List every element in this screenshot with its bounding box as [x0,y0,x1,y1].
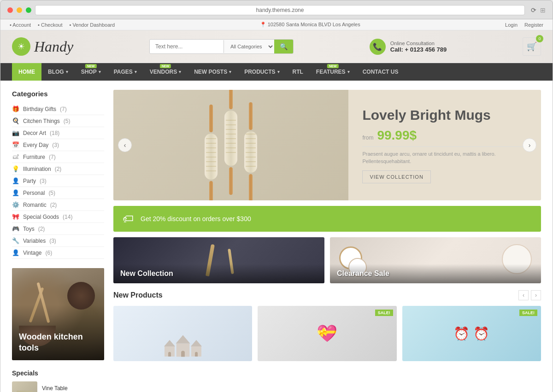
category-special-goods[interactable]: 🎀 Special Goods (14) [12,211,104,223]
search-input[interactable] [150,40,224,53]
new-collection-promo[interactable]: New Collection [113,237,324,283]
house-door [195,352,198,357]
hero-description: Praesent augue arcu, ornare ut tincidunt… [362,151,527,165]
slider-next-button[interactable]: › [523,138,536,152]
category-toys[interactable]: 🎮 Toys (2) [12,223,104,235]
nav-contact-label: CONTACT US [363,69,399,75]
category-name: Toys [23,226,35,232]
category-personal[interactable]: 👤 Personal (5) [12,187,104,199]
category-name: Every Day [23,142,48,148]
logo-text: Handy [34,38,73,55]
hero-price: 99.99$ [377,128,417,143]
nav-contact[interactable]: CONTACT US [356,63,405,81]
address-text: 102580 Santa Monica BLVD Los Angeles [260,22,360,28]
minimize-button[interactable] [17,7,22,13]
house-body [165,346,175,357]
house-2 [176,335,190,357]
category-count: (5) [48,190,55,196]
logo[interactable]: ☀ Handy [12,37,73,56]
category-name: Personal [23,190,45,196]
expand-button[interactable]: ⊞ [540,6,546,14]
category-birthday-gifts[interactable]: 🎁 Birthday Gifts (7) [12,103,104,115]
account-link[interactable]: Account [10,22,31,28]
vendor-link[interactable]: Vendor Dashboard [69,22,115,28]
tag-icon: 🏷 [123,212,134,225]
category-decor-art[interactable]: 📷 Decor Art (18) [12,127,104,139]
content-area: Lovely Bright Mugs from 99.99$ Praesent … [113,90,541,392]
checkout-link[interactable]: Checkout [38,22,62,28]
nav-products-label: PRODUCTS [244,69,275,75]
top-bar-auth: Login Register [505,22,543,28]
login-link[interactable]: Login [505,22,518,28]
toys-icon: 🎮 [12,225,19,232]
pin-handle-bottom [249,174,253,200]
reload-button[interactable]: ⟳ [531,6,536,14]
category-count: (7) [60,106,67,112]
category-every-day[interactable]: 📅 Every Day (3) [12,139,104,151]
pin-pattern [206,138,216,175]
rolling-pin-1 [205,105,218,200]
house-roof [176,335,190,344]
product-image: 💝 SALE! [258,306,396,361]
new-products-section: New Products ‹ › [113,290,541,361]
category-select[interactable]: All Categories [224,40,274,53]
address-bar[interactable]: handy.themes.zone [35,5,525,15]
product-card[interactable] [113,306,252,361]
category-name: Furniture [23,154,45,160]
search-button[interactable]: 🔍 [274,40,293,53]
category-party[interactable]: 👤 Party (3) [12,175,104,187]
search-bar: All Categories 🔍 [149,39,294,54]
nav-blog[interactable]: BLOG ▾ [41,63,75,81]
register-link[interactable]: Register [524,22,543,28]
nav-shop[interactable]: NEW SHOP ▾ [75,63,107,81]
specials-section: Specials Vine Table 15,00$ 12,00$ [12,369,104,392]
phone-section: 📞 Online Consultation Call: + 0123 456 7… [370,39,447,55]
chevron-down-icon: ▾ [347,70,350,74]
category-count: (2) [55,166,62,172]
category-vintage[interactable]: 👤 Vintage (6) [12,247,104,259]
clearance-promo[interactable]: Clearance Sale [330,237,541,283]
nav-rtl[interactable]: RTL [286,63,310,81]
main-nav: HOME BLOG ▾ NEW SHOP ▾ PAGES ▾ NEW VENDO… [0,63,553,81]
pin-body [224,111,237,166]
nav-vendors[interactable]: NEW VENDORS ▾ [143,63,188,81]
category-illumination[interactable]: 💡 Illumination (2) [12,163,104,175]
view-collection-button[interactable]: VIEW COLLECTION [362,170,430,183]
nav-home[interactable]: HOME [12,63,41,81]
kitchen-icon: 🍳 [12,117,19,124]
product-card[interactable]: ⏰ ⏰ SALE! [402,306,541,361]
furniture-icon: 🛋 [12,153,19,160]
category-count: (7) [49,154,56,160]
category-variables[interactable]: 🔧 Variables (3) [12,235,104,247]
logo-icon: ☀ [12,37,30,56]
nav-pages[interactable]: PAGES ▾ [107,63,143,81]
product-image: ⏰ ⏰ SALE! [402,306,541,361]
products-prev-button[interactable]: ‹ [518,290,529,300]
nav-newposts[interactable]: NEW POSTS ▾ [188,63,238,81]
promo-grid: New Collection Clearance Sale [113,237,541,283]
sidebar-banner[interactable]: Wooden kitchen tools [12,268,104,360]
category-furniture[interactable]: 🛋 Furniture (7) [12,151,104,163]
category-romantic[interactable]: ⚙️ Romantic (2) [12,199,104,211]
nav-vendors-badge: NEW [160,64,171,68]
products-next-button[interactable]: › [531,290,541,300]
sale-badge: SALE! [375,310,393,316]
nav-home-label: HOME [18,69,35,75]
slider-prev-button[interactable]: ‹ [118,138,132,152]
nav-products[interactable]: PRODUCTS ▾ [238,63,286,81]
cart-button[interactable]: 🛒 0 [523,37,541,56]
product-card[interactable]: 💝 SALE! [258,306,396,361]
house-illustration [113,306,252,361]
hero-from-label: from [362,135,373,141]
category-kitchen-things[interactable]: 🍳 Citchen Things (5) [12,115,104,127]
sidebar-banner-text: Wooden kitchen tools [19,332,97,353]
special-item-name: Vine Table [42,385,68,392]
category-count: (3) [52,142,59,148]
sidebar: Categories 🎁 Birthday Gifts (7) 🍳 Citche… [12,90,104,392]
close-button[interactable] [7,7,13,13]
nav-features[interactable]: NEW FEATURES ▾ [310,63,356,81]
maximize-button[interactable] [26,7,31,13]
category-count: (5) [64,118,71,124]
category-name: Illumination [23,166,51,172]
special-item[interactable]: Vine Table 15,00$ 12,00$ [12,381,104,392]
